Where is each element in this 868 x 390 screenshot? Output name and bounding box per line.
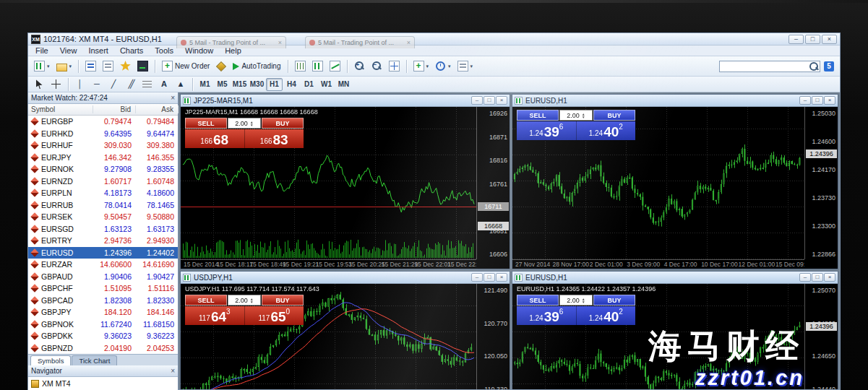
- cursor-tool-button[interactable]: [31, 76, 47, 92]
- expert-advisors-button[interactable]: [213, 58, 229, 74]
- chart-close-button[interactable]: ×: [496, 96, 507, 105]
- text-tool-button[interactable]: A: [156, 76, 172, 92]
- market-watch-row-gbpdkk[interactable]: GBPDKK9.360239.36223: [28, 330, 178, 342]
- new-order-button[interactable]: +New Order: [159, 58, 212, 74]
- terminal-button[interactable]: [134, 58, 151, 74]
- market-watch-header[interactable]: Market Watch: 22:47:24 ×: [28, 92, 178, 104]
- market-watch-row-eurnzd[interactable]: EURNZD1.607171.60748: [28, 176, 178, 188]
- search-input[interactable]: [721, 62, 809, 70]
- market-watch-row-gbpcad[interactable]: GBPCAD1.823081.82330: [28, 295, 178, 307]
- chart-restore-button[interactable]: □: [812, 96, 823, 105]
- buy-price[interactable]: 1.24402: [577, 121, 636, 140]
- close-button[interactable]: ×: [822, 35, 837, 44]
- arrows-tool-button[interactable]: ▲: [173, 76, 189, 92]
- timeframe-w1[interactable]: W1: [318, 78, 335, 91]
- line-chart-mode-button[interactable]: [327, 58, 343, 74]
- timeframe-mn[interactable]: MN: [335, 78, 352, 91]
- sell-button[interactable]: SELL: [517, 110, 559, 121]
- chart-titlebar[interactable]: USDJPY,H1 – □ ×: [181, 272, 510, 284]
- chart-restore-button[interactable]: □: [812, 273, 823, 282]
- spread-arrows-icon[interactable]: ▲▼: [250, 298, 254, 303]
- tab-symbols[interactable]: Symbols: [30, 355, 71, 365]
- timeframe-m1[interactable]: M1: [197, 78, 213, 91]
- column-ask[interactable]: Ask: [136, 105, 179, 113]
- chart-close-button[interactable]: ×: [824, 273, 835, 282]
- market-watch-row-eurhuf[interactable]: EURHUF309.030309.380: [28, 139, 178, 152]
- vertical-line-button[interactable]: │: [72, 76, 88, 92]
- market-watch-row-eurzar[interactable]: EURZAR14.6060014.61690: [28, 259, 178, 271]
- chart-minimize-button[interactable]: –: [799, 273, 811, 282]
- sell-price[interactable]: 1.24396: [517, 121, 577, 140]
- chart-titlebar[interactable]: EURUSD,H1 – □ ×: [512, 272, 838, 284]
- templates-button[interactable]: ▾: [455, 58, 476, 74]
- market-watch-row-gbpnok[interactable]: GBPNOK11.6724011.68150: [28, 318, 178, 331]
- data-window-button[interactable]: [100, 58, 116, 74]
- market-watch-row-gbpjpy[interactable]: GBPJPY184.120184.146: [28, 306, 178, 318]
- chart-restore-button[interactable]: □: [484, 96, 495, 105]
- close-icon[interactable]: ×: [171, 368, 175, 375]
- fibonacci-button[interactable]: [139, 76, 155, 92]
- notification-badge[interactable]: 5: [824, 61, 834, 72]
- spread-stepper[interactable]: 2.00 ▲▼: [228, 295, 261, 306]
- sell-price[interactable]: 1.24396: [517, 306, 577, 325]
- sell-button[interactable]: SELL: [517, 295, 559, 306]
- market-watch-row-eursgd[interactable]: EURSGD1.631231.63173: [28, 223, 178, 235]
- market-watch-row-gbpnzd[interactable]: GBPNZD2.041902.04253: [28, 342, 178, 355]
- chart-minimize-button[interactable]: –: [471, 96, 483, 105]
- candlestick-mode-button[interactable]: [309, 58, 326, 74]
- sell-price[interactable]: 117643: [185, 306, 245, 325]
- sell-button[interactable]: SELL: [185, 295, 227, 306]
- chart-titlebar[interactable]: EURUSD,H1 – □ ×: [512, 95, 838, 107]
- buy-button[interactable]: BUY: [262, 118, 304, 129]
- timeframe-m5[interactable]: M5: [214, 78, 231, 91]
- sell-price[interactable]: 16668: [185, 129, 245, 148]
- search-box[interactable]: [719, 61, 820, 72]
- spread-arrows-icon[interactable]: ▲▼: [582, 298, 585, 303]
- spread-arrows-icon[interactable]: ▲▼: [582, 113, 585, 118]
- menu-insert[interactable]: Insert: [82, 46, 114, 55]
- profiles-button[interactable]: ▾: [53, 58, 75, 74]
- timeframe-m30[interactable]: M30: [249, 78, 265, 91]
- spread-stepper[interactable]: 2.00 ▲▼: [559, 110, 593, 121]
- channel-button[interactable]: ╱╱: [122, 76, 138, 92]
- chart-minimize-button[interactable]: –: [471, 273, 483, 282]
- market-watch-row-eurrub[interactable]: EURRUB78.041478.1465: [28, 199, 178, 212]
- spread-stepper[interactable]: 2.00 ▲▼: [228, 118, 261, 129]
- market-watch-button[interactable]: [82, 58, 99, 74]
- menu-charts[interactable]: Charts: [114, 46, 149, 55]
- indicators-button[interactable]: +▾: [411, 58, 432, 74]
- tile-windows-button[interactable]: [386, 58, 403, 74]
- spread-arrows-icon[interactable]: ▲▼: [250, 121, 254, 126]
- market-watch-row-gbpaud[interactable]: GBPAUD1.904061.90427: [28, 271, 178, 283]
- tab-tick-chart[interactable]: Tick Chart: [72, 355, 117, 365]
- buy-button[interactable]: BUY: [262, 295, 304, 306]
- market-watch-row-eurusd[interactable]: EURUSD1.243961.24402: [28, 247, 178, 259]
- timeframe-m15[interactable]: M15: [231, 78, 248, 91]
- market-watch-row-eurpln[interactable]: EURPLN4.181734.18600: [28, 187, 178, 199]
- buy-button[interactable]: BUY: [593, 295, 635, 306]
- trendline-button[interactable]: ╱: [106, 76, 121, 92]
- market-watch-row-eurhkd[interactable]: EURHKD9.643959.64474: [28, 128, 178, 140]
- timeframe-h4[interactable]: H4: [283, 78, 300, 91]
- buy-price[interactable]: 1.24402: [577, 306, 636, 325]
- buy-price[interactable]: 117650: [245, 306, 304, 325]
- buy-button[interactable]: BUY: [593, 110, 635, 121]
- chart-close-button[interactable]: ×: [824, 96, 835, 105]
- zoom-in-button[interactable]: +: [351, 58, 368, 74]
- chart-close-button[interactable]: ×: [496, 273, 507, 282]
- autotrading-button[interactable]: AutoTrading: [230, 58, 283, 74]
- horizontal-line-button[interactable]: ─: [89, 76, 105, 92]
- market-watch-row-eurtry[interactable]: EURTRY2.947362.94930: [28, 235, 178, 247]
- chart-minimize-button[interactable]: –: [799, 96, 811, 105]
- timeframe-h1[interactable]: H1: [266, 78, 283, 91]
- close-icon[interactable]: ×: [171, 95, 175, 102]
- maximize-button[interactable]: □: [805, 35, 820, 44]
- titlebar[interactable]: XM 1021764: XM MT4 - EURUSD,H1 – □ ×: [28, 33, 840, 46]
- timeframe-d1[interactable]: D1: [301, 78, 317, 91]
- navigator-header[interactable]: Navigator ×: [28, 365, 178, 377]
- zoom-out-button[interactable]: −: [369, 58, 385, 74]
- navigator-button[interactable]: [117, 58, 134, 74]
- crosshair-tool-button[interactable]: [48, 76, 64, 92]
- market-watch-row-eurgbp[interactable]: EURGBP0.794740.79484: [28, 116, 178, 128]
- market-watch-column-headers[interactable]: Symbol Bid Ask: [28, 104, 178, 116]
